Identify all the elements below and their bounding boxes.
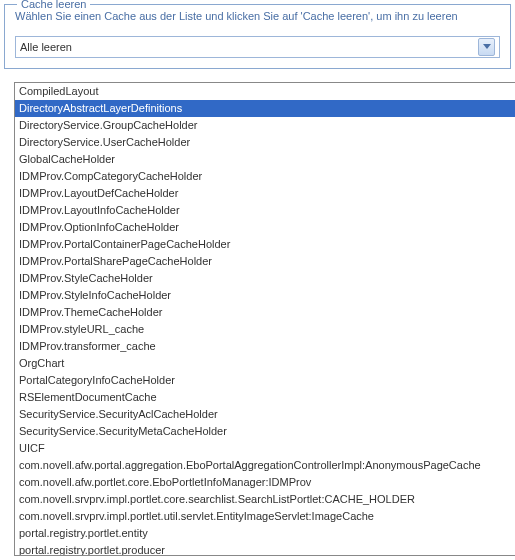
dropdown-option[interactable]: SecurityService.SecurityAclCacheHolder bbox=[15, 406, 515, 423]
dropdown-option[interactable]: DirectoryAbstractLayerDefinitions bbox=[15, 100, 515, 117]
dropdown-option[interactable]: IDMProv.PortalSharePageCacheHolder bbox=[15, 253, 515, 270]
dropdown-option[interactable]: com.novell.srvprv.impl.portlet.core.sear… bbox=[15, 491, 515, 508]
dropdown-option[interactable]: portal.registry.portlet.entity bbox=[15, 525, 515, 542]
dropdown-option[interactable]: com.novell.afw.portal.aggregation.EboPor… bbox=[15, 457, 515, 474]
dropdown-option[interactable]: IDMProv.LayoutInfoCacheHolder bbox=[15, 202, 515, 219]
dropdown-list[interactable]: CompiledLayoutDirectoryAbstractLayerDefi… bbox=[14, 82, 515, 556]
cache-panel: Cache leeren Wählen Sie einen Cache aus … bbox=[4, 4, 511, 69]
instruction-text: Wählen Sie einen Cache aus der Liste und… bbox=[15, 9, 500, 24]
dropdown-option[interactable]: portal.registry.portlet.producer bbox=[15, 542, 515, 556]
dropdown-option[interactable]: IDMProv.CompCategoryCacheHolder bbox=[15, 168, 515, 185]
chevron-down-icon bbox=[483, 44, 491, 50]
dropdown-option[interactable]: UICF bbox=[15, 440, 515, 457]
dropdown-option[interactable]: IDMProv.StyleCacheHolder bbox=[15, 270, 515, 287]
cache-select[interactable]: Alle leeren bbox=[15, 36, 500, 58]
panel-title: Cache leeren bbox=[17, 0, 90, 10]
dropdown-option[interactable]: IDMProv.PortalContainerPageCacheHolder bbox=[15, 236, 515, 253]
dropdown-option[interactable]: OrgChart bbox=[15, 355, 515, 372]
dropdown-option[interactable]: RSElementDocumentCache bbox=[15, 389, 515, 406]
select-value: Alle leeren bbox=[20, 41, 478, 53]
dropdown-option[interactable]: IDMProv.StyleInfoCacheHolder bbox=[15, 287, 515, 304]
dropdown-option[interactable]: CompiledLayout bbox=[15, 83, 515, 100]
dropdown-option[interactable]: SecurityService.SecurityMetaCacheHolder bbox=[15, 423, 515, 440]
dropdown-option[interactable]: IDMProv.LayoutDefCacheHolder bbox=[15, 185, 515, 202]
dropdown-option[interactable]: IDMProv.transformer_cache bbox=[15, 338, 515, 355]
dropdown-option[interactable]: com.novell.afw.portlet.core.EboPortletIn… bbox=[15, 474, 515, 491]
dropdown-option[interactable]: DirectoryService.GroupCacheHolder bbox=[15, 117, 515, 134]
dropdown-option[interactable]: IDMProv.OptionInfoCacheHolder bbox=[15, 219, 515, 236]
dropdown-option[interactable]: com.novell.srvprv.impl.portlet.util.serv… bbox=[15, 508, 515, 525]
dropdown-button[interactable] bbox=[478, 38, 495, 56]
dropdown-option[interactable]: GlobalCacheHolder bbox=[15, 151, 515, 168]
dropdown-option[interactable]: PortalCategoryInfoCacheHolder bbox=[15, 372, 515, 389]
dropdown-option[interactable]: IDMProv.ThemeCacheHolder bbox=[15, 304, 515, 321]
dropdown-option[interactable]: IDMProv.styleURL_cache bbox=[15, 321, 515, 338]
dropdown-option[interactable]: DirectoryService.UserCacheHolder bbox=[15, 134, 515, 151]
